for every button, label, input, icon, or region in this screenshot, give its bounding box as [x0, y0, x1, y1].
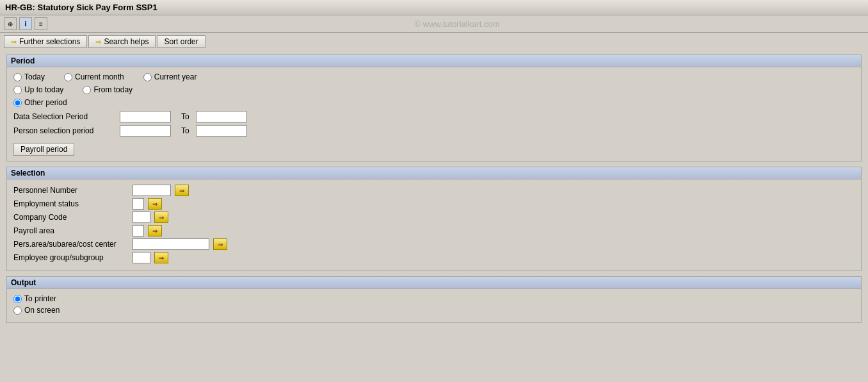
- tab-further-selections-label: Further selections: [19, 37, 80, 46]
- radio-on-screen-input[interactable]: [13, 306, 22, 315]
- period-section: Period Today Current month Current year: [6, 54, 862, 162]
- output-section-header: Output: [7, 277, 861, 289]
- data-selection-to[interactable]: [196, 111, 247, 122]
- company-code-arrow[interactable]: ⇒: [154, 212, 168, 223]
- radio-current-year-input[interactable]: [143, 73, 152, 81]
- radio-from-today-label: From today: [93, 85, 133, 94]
- employment-status-input[interactable]: [133, 198, 144, 210]
- payroll-area-label: Payroll area: [13, 226, 129, 235]
- personnel-number-label: Personnel Number: [13, 186, 129, 195]
- employment-status-label: Employment status: [13, 199, 129, 208]
- personnel-number-input[interactable]: [133, 185, 171, 196]
- radio-from-today[interactable]: From today: [83, 85, 133, 94]
- output-section: Output To printer On screen: [6, 276, 862, 323]
- arrow-icon: ⇒: [11, 38, 17, 46]
- title-text: HR-GB: Statutory Sick Pay Form SSP1: [5, 3, 157, 12]
- selection-section-header: Selection: [7, 167, 861, 179]
- radio-up-to-today[interactable]: Up to today: [13, 85, 63, 94]
- company-code-label: Company Code: [13, 213, 129, 222]
- radio-current-year[interactable]: Current year: [143, 72, 197, 81]
- data-selection-from[interactable]: [120, 111, 171, 122]
- radio-current-month[interactable]: Current month: [64, 72, 124, 81]
- arrow-icon2: ⇒: [95, 38, 101, 46]
- pers-area-arrow[interactable]: ⇒: [213, 238, 227, 250]
- title-bar: HR-GB: Statutory Sick Pay Form SSP1: [0, 0, 868, 15]
- radio-to-printer-label: To printer: [24, 294, 56, 303]
- radio-from-today-input[interactable]: [83, 86, 91, 94]
- employee-group-input[interactable]: [133, 252, 150, 263]
- payroll-area-arrow[interactable]: ⇒: [148, 225, 162, 237]
- radio-on-screen-label: On screen: [24, 306, 60, 315]
- payroll-period-button[interactable]: Payroll period: [13, 143, 74, 156]
- radio-other-period-label: Other period: [24, 98, 67, 107]
- to-label-1: To: [181, 112, 189, 121]
- radio-today[interactable]: Today: [13, 72, 45, 81]
- radio-other-period[interactable]: Other period: [13, 98, 67, 107]
- tab-search-helps[interactable]: ⇒ Search helps: [88, 35, 156, 48]
- employee-group-arrow[interactable]: ⇒: [154, 252, 168, 263]
- tab-bar: ⇒ Further selections ⇒ Search helps Sort…: [0, 33, 868, 51]
- payroll-area-input[interactable]: [133, 225, 144, 237]
- tab-sort-order-label: Sort order: [164, 37, 198, 46]
- personnel-number-arrow[interactable]: ⇒: [175, 185, 189, 196]
- back-icon[interactable]: ⊕: [4, 17, 17, 30]
- radio-today-label: Today: [24, 72, 45, 81]
- data-selection-label: Data Selection Period: [13, 112, 116, 121]
- tree-icon[interactable]: ≡: [35, 17, 47, 30]
- radio-up-to-today-input[interactable]: [13, 86, 22, 94]
- tab-search-helps-label: Search helps: [104, 37, 149, 46]
- company-code-input[interactable]: [133, 212, 150, 223]
- radio-current-month-input[interactable]: [64, 73, 72, 81]
- watermark: © www.tutorialkart.com: [50, 19, 864, 29]
- radio-current-year-label: Current year: [154, 72, 197, 81]
- radio-today-input[interactable]: [13, 73, 22, 81]
- radio-to-printer-input[interactable]: [13, 295, 22, 303]
- tab-sort-order[interactable]: Sort order: [157, 35, 205, 48]
- pers-area-label: Pers.area/subarea/cost center: [13, 240, 129, 249]
- radio-current-month-label: Current month: [75, 72, 124, 81]
- employment-status-arrow[interactable]: ⇒: [148, 198, 162, 210]
- info-icon[interactable]: i: [19, 17, 32, 30]
- person-selection-label: Person selection period: [13, 126, 116, 135]
- person-selection-from[interactable]: [120, 125, 171, 137]
- radio-to-printer[interactable]: To printer: [13, 294, 56, 303]
- radio-on-screen[interactable]: On screen: [13, 306, 60, 315]
- employee-group-label: Employee group/subgroup: [13, 253, 129, 262]
- toolbar: ⊕ i ≡ © www.tutorialkart.com: [0, 15, 868, 33]
- radio-up-to-today-label: Up to today: [24, 85, 63, 94]
- selection-section: Selection Personnel Number ⇒ Employment …: [6, 167, 862, 271]
- period-section-header: Period: [7, 55, 861, 67]
- radio-other-period-input[interactable]: [13, 99, 22, 107]
- person-selection-to[interactable]: [196, 125, 247, 137]
- to-label-2: To: [181, 126, 189, 135]
- tab-further-selections[interactable]: ⇒ Further selections: [4, 35, 87, 48]
- payroll-period-label: Payroll period: [20, 145, 67, 154]
- pers-area-input[interactable]: [133, 238, 209, 250]
